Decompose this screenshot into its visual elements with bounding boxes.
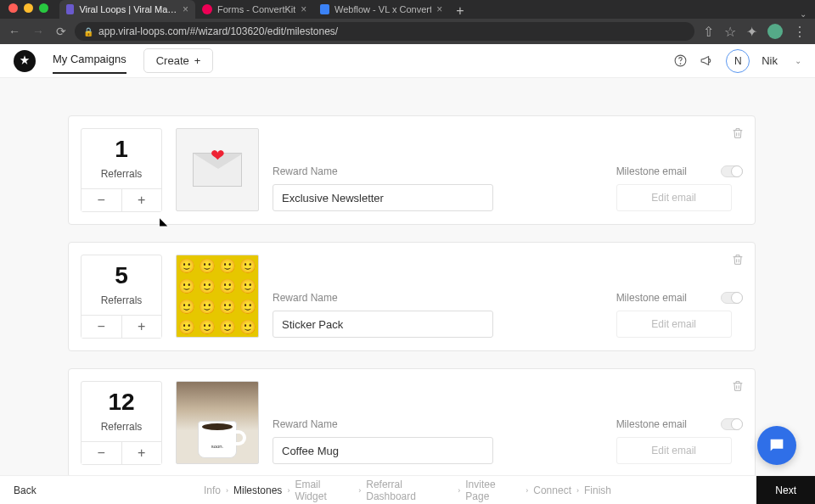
user-avatar[interactable]: N <box>726 49 750 73</box>
tab-close-icon[interactable]: × <box>183 3 188 15</box>
crumb-finish[interactable]: Finish <box>584 484 611 496</box>
referrals-box: 1 Referrals − + <box>81 128 162 212</box>
stepper-plus-button[interactable]: + <box>122 189 162 211</box>
referrals-box: 5 Referrals − + <box>81 255 162 339</box>
share-icon[interactable]: ⇧ <box>703 24 714 40</box>
address-bar[interactable]: 🔒 app.viral-loops.com/#/wizard/103620/ed… <box>75 22 694 41</box>
tab-webflow[interactable]: Webflow - VL x ConvertKit × <box>313 0 449 19</box>
tabs-dropdown-icon[interactable]: ⌄ <box>800 9 807 19</box>
milestones-content: 1 Referrals − + ❤ Reward Name Milestone … <box>0 98 815 475</box>
intercom-chat-button[interactable] <box>757 426 796 465</box>
delete-milestone-button[interactable] <box>731 253 745 270</box>
chrome-url-bar: ← → ⟳ 🔒 app.viral-loops.com/#/wizard/103… <box>0 19 815 44</box>
tab-title: Webflow - VL x ConvertKit <box>334 4 431 14</box>
favicon-icon <box>320 4 329 14</box>
crumb-connect[interactable]: Connect <box>533 484 571 496</box>
user-name[interactable]: Nik <box>762 54 778 67</box>
chat-icon <box>767 436 786 455</box>
tab-close-icon[interactable]: × <box>301 3 306 15</box>
edit-email-button[interactable]: Edit email <box>616 437 732 464</box>
tab-viral-loops[interactable]: Viral Loops | Viral Marketing C × <box>59 0 195 19</box>
crumb-milestones[interactable]: Milestones <box>233 484 282 496</box>
plus-icon: + <box>194 54 201 67</box>
wizard-breadcrumbs: Info› Milestones› Email Widget› Referral… <box>204 479 611 502</box>
reward-thumbnail[interactable]: 🙂🙂🙂🙂 🙂🙂🙂🙂 🙂🙂🙂🙂 🙂🙂🙂🙂 <box>176 255 259 338</box>
referrals-count: 12 <box>82 389 161 416</box>
nav-back-icon[interactable]: ← <box>8 25 20 38</box>
stepper-plus-button[interactable]: + <box>122 442 162 464</box>
referrals-stepper: − + <box>82 188 161 211</box>
nav-forward-icon[interactable]: → <box>32 25 44 38</box>
stepper-minus-button[interactable]: − <box>82 189 122 211</box>
delete-milestone-button[interactable] <box>731 379 745 396</box>
edit-email-button[interactable]: Edit email <box>616 311 732 338</box>
milestone-email-label: Milestone email <box>616 418 687 430</box>
chrome-tab-bar: Viral Loops | Viral Marketing C × Forms … <box>0 0 815 19</box>
back-button[interactable]: Back <box>0 484 50 496</box>
milestone-email-toggle[interactable] <box>721 418 743 430</box>
edit-email-button[interactable]: Edit email <box>616 184 732 211</box>
tab-title: Forms - ConvertKit <box>217 4 295 14</box>
milestone-email-label: Milestone email <box>616 292 687 304</box>
envelope-icon: ❤ <box>193 153 242 187</box>
referrals-label: Referrals <box>82 168 161 180</box>
megaphone-icon[interactable] <box>700 53 714 68</box>
tab-close-icon[interactable]: × <box>436 3 442 15</box>
window-close-button[interactable] <box>8 3 18 13</box>
tab-title: Viral Loops | Viral Marketing C <box>79 4 177 14</box>
referrals-box: 12 Referrals − + <box>81 381 162 465</box>
crumb-referral-dashboard[interactable]: Referral Dashboard <box>366 479 452 502</box>
reward-name-label: Reward Name <box>273 165 603 177</box>
app-logo[interactable] <box>14 50 36 72</box>
referrals-label: Referrals <box>82 421 161 433</box>
extensions-icon[interactable]: ✦ <box>746 24 757 40</box>
milestone-email-toggle[interactable] <box>721 292 743 304</box>
create-button[interactable]: Create + <box>143 48 214 73</box>
favicon-icon <box>202 4 212 14</box>
nav-reload-icon[interactable]: ⟳ <box>56 25 66 38</box>
help-icon[interactable] <box>673 53 688 68</box>
svg-point-1 <box>680 64 681 64</box>
profile-avatar[interactable] <box>767 24 783 39</box>
chrome-menu-icon[interactable]: ⋮ <box>793 24 807 40</box>
milestone-email-toggle[interactable] <box>721 165 743 177</box>
delete-milestone-button[interactable] <box>731 126 745 143</box>
reward-name-input[interactable] <box>273 184 493 211</box>
app-header: My Campaigns Create + N Nik ⌄ <box>0 44 815 78</box>
window-zoom-button[interactable] <box>39 3 48 13</box>
stepper-minus-button[interactable]: − <box>82 316 122 338</box>
chevron-down-icon[interactable]: ⌄ <box>795 56 801 65</box>
new-tab-button[interactable]: + <box>449 3 470 19</box>
reward-name-label: Reward Name <box>273 418 603 430</box>
favicon-icon <box>66 4 74 14</box>
wizard-footer: Back Info› Milestones› Email Widget› Ref… <box>0 475 815 504</box>
crumb-invitee-page[interactable]: Invitee Page <box>465 479 520 502</box>
milestone-card: 1 Referrals − + ❤ Reward Name Milestone … <box>68 115 756 225</box>
bookmark-icon[interactable]: ☆ <box>724 24 736 40</box>
nav-my-campaigns[interactable]: My Campaigns <box>53 53 126 74</box>
crumb-info[interactable]: Info <box>204 484 221 496</box>
referrals-label: Referrals <box>82 294 161 306</box>
reward-thumbnail[interactable]: soon. <box>176 381 259 464</box>
referrals-stepper: − + <box>82 441 161 464</box>
reward-name-label: Reward Name <box>273 292 603 304</box>
reward-name-input[interactable] <box>273 437 493 464</box>
milestone-email-label: Milestone email <box>616 165 687 177</box>
reward-name-input[interactable] <box>273 311 493 338</box>
stepper-plus-button[interactable]: + <box>122 316 162 338</box>
reward-thumbnail[interactable]: ❤ <box>176 128 259 211</box>
stepper-minus-button[interactable]: − <box>82 442 122 464</box>
tab-convertkit[interactable]: Forms - ConvertKit × <box>195 0 313 19</box>
referrals-count: 5 <box>82 262 161 289</box>
lock-icon: 🔒 <box>83 27 93 36</box>
milestone-card: 5 Referrals − + 🙂🙂🙂🙂 🙂🙂🙂🙂 🙂🙂🙂🙂 🙂🙂🙂🙂 Rewa… <box>68 242 756 351</box>
referrals-count: 1 <box>82 136 161 163</box>
milestone-card: 12 Referrals − + soon. Reward Name Miles… <box>68 368 756 475</box>
next-button[interactable]: Next <box>756 476 815 505</box>
url-text: app.viral-loops.com/#/wizard/103620/edit… <box>98 25 338 37</box>
crumb-email-widget[interactable]: Email Widget <box>295 479 353 502</box>
create-button-label: Create <box>156 54 189 67</box>
referrals-stepper: − + <box>82 315 161 338</box>
window-minimize-button[interactable] <box>24 3 33 13</box>
